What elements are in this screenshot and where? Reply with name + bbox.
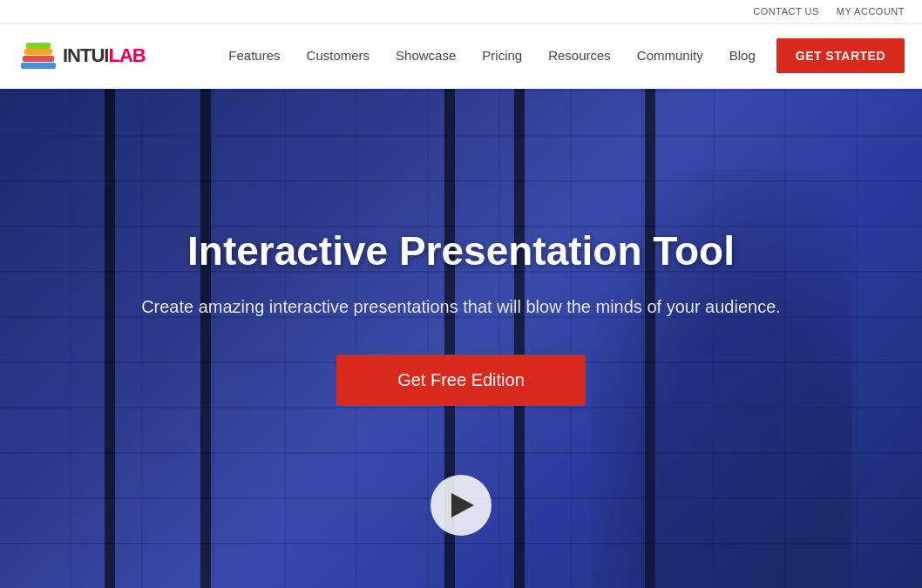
utility-bar: CONTACT US MY ACCOUNT <box>0 0 922 24</box>
nav-item-customers[interactable]: Customers <box>307 48 370 64</box>
nav-link-pricing[interactable]: Pricing <box>482 48 522 63</box>
nav-item-pricing[interactable]: Pricing <box>482 48 522 64</box>
hero-content: Interactive Presentation Tool Create ama… <box>106 227 816 449</box>
nav-item-showcase[interactable]: Showcase <box>396 48 456 64</box>
svg-rect-0 <box>21 63 56 69</box>
play-button-container <box>430 475 492 536</box>
nav-link-showcase[interactable]: Showcase <box>396 48 456 63</box>
hero-subtitle: Create amazing interactive presentations… <box>141 294 781 320</box>
get-started-button[interactable]: GET STARTED <box>776 38 905 73</box>
nav-link-features[interactable]: Features <box>228 48 280 63</box>
nav-item-resources[interactable]: Resources <box>548 48 611 64</box>
svg-rect-1 <box>23 56 54 62</box>
hero-title: Interactive Presentation Tool <box>141 227 781 274</box>
nav-link-customers[interactable]: Customers <box>307 48 370 63</box>
nav-item-blog[interactable]: Blog <box>729 48 756 64</box>
nav-link-resources[interactable]: Resources <box>548 48 611 63</box>
hero-section: Interactive Presentation Tool Create ama… <box>0 89 922 588</box>
get-free-edition-button[interactable]: Get Free Edition <box>336 355 586 406</box>
logo-lab: LAB <box>108 44 145 66</box>
main-nav: INTUILAB Features Customers Showcase Pri… <box>0 24 922 89</box>
nav-item-features[interactable]: Features <box>228 48 280 64</box>
svg-rect-3 <box>26 43 51 49</box>
nav-link-community[interactable]: Community <box>637 48 703 63</box>
logo-intui: INTUI <box>63 44 108 66</box>
contact-us-link[interactable]: CONTACT US <box>753 6 819 17</box>
svg-rect-2 <box>24 49 52 55</box>
logo-text: INTUILAB <box>63 44 146 67</box>
play-video-button[interactable] <box>430 475 492 536</box>
nav-item-community[interactable]: Community <box>637 48 703 64</box>
logo[interactable]: INTUILAB <box>17 38 146 73</box>
nav-links: Features Customers Showcase Pricing Reso… <box>228 48 755 64</box>
my-account-link[interactable]: MY ACCOUNT <box>837 6 905 17</box>
logo-icon <box>17 38 59 73</box>
nav-link-blog[interactable]: Blog <box>729 48 756 63</box>
